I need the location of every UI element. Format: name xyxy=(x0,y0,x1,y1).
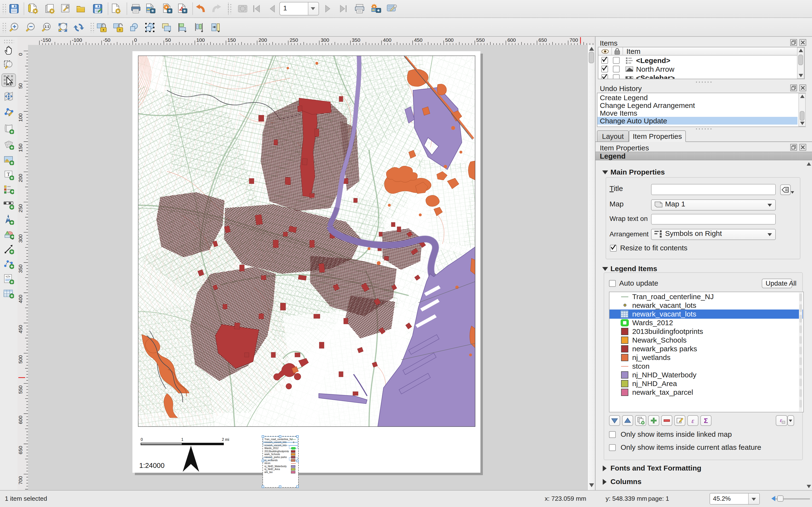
svg-text:0: 0 xyxy=(134,37,137,43)
svg-text:-50: -50 xyxy=(103,37,110,43)
svg-text:550: 550 xyxy=(476,37,485,43)
svg-text:500: 500 xyxy=(18,355,23,363)
svg-text:650: 650 xyxy=(18,446,23,454)
svg-text:550: 550 xyxy=(18,385,23,394)
svg-text:</>: </> xyxy=(6,275,10,278)
svg-text:100: 100 xyxy=(196,37,205,43)
svg-text:Σ: Σ xyxy=(704,417,708,425)
svg-text:-100: -100 xyxy=(72,37,82,43)
svg-text:N: N xyxy=(7,216,9,220)
svg-text:400: 400 xyxy=(383,37,392,43)
svg-text:250: 250 xyxy=(290,37,298,43)
svg-text:50: 50 xyxy=(18,83,23,89)
svg-text:450: 450 xyxy=(18,325,23,333)
svg-text:ε: ε xyxy=(692,417,694,425)
svg-text:400: 400 xyxy=(18,295,23,303)
svg-text:650: 650 xyxy=(539,37,547,43)
svg-text:350: 350 xyxy=(352,37,360,43)
svg-text:600: 600 xyxy=(18,415,23,424)
svg-text:200: 200 xyxy=(18,174,23,182)
svg-text:100: 100 xyxy=(18,113,23,122)
svg-text:600: 600 xyxy=(507,37,516,43)
svg-text:T: T xyxy=(7,171,10,177)
svg-text:1:1: 1:1 xyxy=(45,24,49,29)
svg-text:50: 50 xyxy=(165,37,171,43)
svg-text:700: 700 xyxy=(18,476,23,485)
svg-text:700: 700 xyxy=(570,37,578,43)
svg-text:450: 450 xyxy=(414,37,422,43)
svg-text:0: 0 xyxy=(18,53,23,56)
svg-text:150: 150 xyxy=(227,37,236,43)
svg-text:300: 300 xyxy=(321,37,329,43)
svg-text:150: 150 xyxy=(18,144,23,152)
svg-text:-150: -150 xyxy=(41,37,51,43)
svg-text:500: 500 xyxy=(445,37,454,43)
svg-text:300: 300 xyxy=(18,234,23,243)
svg-text:250: 250 xyxy=(18,204,23,213)
svg-text:200: 200 xyxy=(259,37,267,43)
svg-text:350: 350 xyxy=(18,264,23,273)
